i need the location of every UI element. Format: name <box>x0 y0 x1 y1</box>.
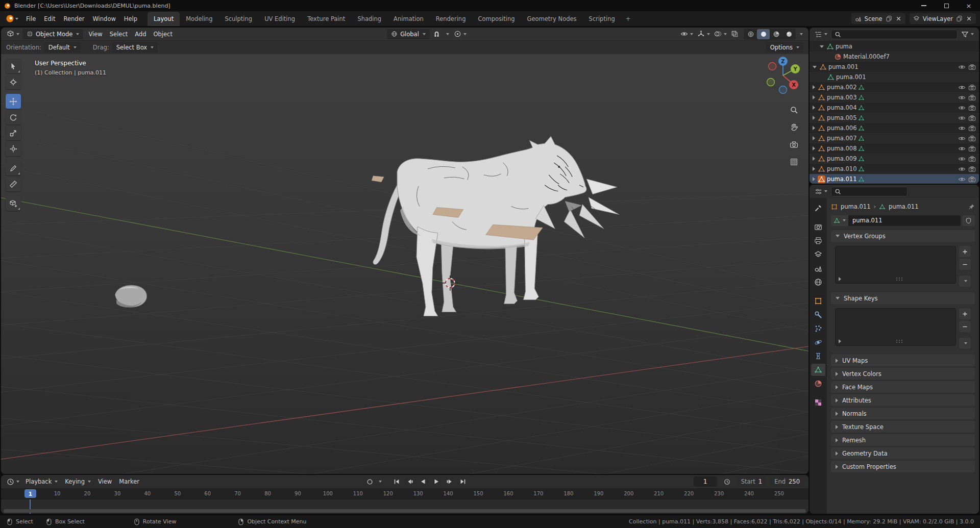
outliner-row-puma-007[interactable]: puma.007 <box>810 133 979 143</box>
properties-tab-object-data[interactable] <box>811 364 825 376</box>
tool-measure[interactable] <box>6 177 21 191</box>
panel-header-face-maps[interactable]: Face Maps <box>831 381 975 393</box>
orientation-setting-dropdown[interactable]: Default <box>44 42 81 53</box>
timeline-menu-view[interactable]: View <box>94 477 115 486</box>
disable-in-renders-toggle[interactable] <box>968 83 976 92</box>
workspace-tab-compositing[interactable]: Compositing <box>472 12 521 26</box>
panel-header-shape-keys[interactable]: Shape Keys <box>831 292 975 304</box>
properties-editor-type-button[interactable] <box>813 186 829 197</box>
auto-keying-toggle[interactable] <box>364 476 375 487</box>
properties-tab-render[interactable] <box>811 221 825 233</box>
outliner-row-puma-001[interactable]: puma.001 <box>810 72 979 82</box>
hide-in-viewport-toggle[interactable] <box>958 63 966 71</box>
vertex-groups-list[interactable] <box>835 246 956 284</box>
panel-header-vertex-groups[interactable]: Vertex Groups <box>831 230 975 242</box>
new-scene-icon[interactable] <box>886 15 892 22</box>
puma-model[interactable] <box>372 136 619 316</box>
timeline-menu-playback[interactable]: Playback <box>22 477 61 486</box>
shape-keys-list[interactable] <box>835 308 956 346</box>
shading-dropdown[interactable] <box>797 29 804 40</box>
jump-to-start-button[interactable] <box>390 476 403 487</box>
panel-header-texture-space[interactable]: Texture Space <box>831 421 975 433</box>
outliner-row-puma-009[interactable]: puma.009 <box>810 154 979 164</box>
properties-search-input[interactable] <box>844 188 904 195</box>
shading-wireframe-button[interactable] <box>744 29 757 39</box>
hide-in-viewport-toggle[interactable] <box>958 175 966 184</box>
shading-rendered-button[interactable] <box>782 29 795 39</box>
panel-header-vertex-colors[interactable]: Vertex Colors <box>831 368 975 380</box>
timeline-scrollbar[interactable] <box>4 509 806 513</box>
snapping-toggle[interactable] <box>431 29 442 40</box>
vertex-groups-specials-menu-button[interactable] <box>959 275 971 287</box>
timeline-tracks[interactable] <box>1 499 808 514</box>
expander-icon[interactable] <box>813 126 815 130</box>
tool-move[interactable] <box>6 94 21 109</box>
new-viewlayer-icon[interactable] <box>956 15 963 22</box>
outliner-row-puma-008[interactable]: puma.008 <box>810 143 979 154</box>
properties-tab-tool[interactable] <box>811 202 825 214</box>
disable-in-renders-toggle[interactable] <box>968 124 976 133</box>
panel-header-geometry-data[interactable]: Geometry Data <box>831 447 975 459</box>
outliner-row-puma-003[interactable]: puma.003 <box>810 92 979 103</box>
panel-header-attributes[interactable]: Attributes <box>831 394 975 406</box>
viewport-menu-add[interactable]: Add <box>131 30 150 39</box>
outliner-filter-button[interactable] <box>960 29 975 40</box>
outliner-row-material-000ef7[interactable]: Material.000ef7 <box>810 52 979 62</box>
properties-tab-modifiers[interactable] <box>811 309 825 321</box>
properties-tab-scene[interactable] <box>811 262 825 274</box>
properties-tab-world[interactable] <box>811 276 825 288</box>
outliner-row-puma[interactable]: puma <box>810 41 979 52</box>
frame-end-field[interactable]: End 250 <box>770 476 804 487</box>
disable-in-renders-toggle[interactable] <box>968 165 976 173</box>
tool-transform[interactable] <box>6 141 21 156</box>
workspace-tab-rendering[interactable]: Rendering <box>430 12 472 26</box>
tool-select-box[interactable] <box>6 59 21 73</box>
rock-object[interactable] <box>115 285 146 308</box>
outliner-row-puma-005[interactable]: puma.005 <box>810 113 979 123</box>
browse-mesh-data-button[interactable] <box>831 215 848 226</box>
viewlayer-selector[interactable]: ViewLayer <box>910 13 976 24</box>
hide-in-viewport-toggle[interactable] <box>958 155 966 163</box>
properties-tab-texture[interactable] <box>811 396 825 409</box>
play-reverse-button[interactable] <box>417 476 429 487</box>
shading-solid-button[interactable] <box>757 29 770 39</box>
expander-icon[interactable] <box>820 45 824 48</box>
editor-type-button[interactable] <box>5 29 21 40</box>
outliner-search-input[interactable] <box>844 31 954 38</box>
mode-dropdown[interactable]: Object Mode <box>22 29 83 39</box>
current-frame-field[interactable]: 1 <box>694 476 717 487</box>
tool-scale[interactable] <box>6 125 21 140</box>
drag-setting-dropdown[interactable]: Select Box <box>112 42 158 53</box>
panel-header-uv-maps[interactable]: UV Maps <box>831 355 975 366</box>
timeline-editor-type-button[interactable] <box>5 476 21 487</box>
timeline-ruler[interactable]: 1 10203040506070809010011012013014015016… <box>1 488 808 499</box>
properties-tab-physics[interactable] <box>811 336 825 348</box>
outliner-search[interactable] <box>831 30 958 39</box>
viewport-camera-view-button[interactable] <box>788 139 800 150</box>
properties-tab-object[interactable] <box>811 295 825 307</box>
disable-in-renders-toggle[interactable] <box>968 114 976 122</box>
jump-to-end-button[interactable] <box>457 476 469 487</box>
menu-window[interactable]: Window <box>88 14 119 24</box>
properties-tab-output[interactable] <box>811 235 825 247</box>
hide-in-viewport-toggle[interactable] <box>958 104 966 112</box>
breadcrumb-data[interactable]: puma.011 <box>889 203 918 210</box>
menu-file[interactable]: File <box>22 14 40 24</box>
list-filter-expander-icon[interactable] <box>839 277 841 281</box>
properties-tab-constraints[interactable] <box>811 350 825 362</box>
outliner-editor-type-button[interactable] <box>813 29 829 40</box>
play-button[interactable] <box>430 476 443 487</box>
outliner-row-puma-001[interactable]: puma.001 <box>810 62 979 72</box>
pin-icon[interactable] <box>968 204 975 210</box>
viewport-canvas[interactable]: User Perspective (1) Collection | puma.0… <box>1 54 808 474</box>
list-filter-expander-icon[interactable] <box>839 339 841 343</box>
gizmo-neg-x-axis[interactable] <box>769 63 776 70</box>
viewport-zoom-button[interactable] <box>788 104 800 115</box>
remove-vertex-groups-button[interactable] <box>959 259 971 270</box>
snapping-dropdown[interactable] <box>444 29 451 40</box>
expander-icon[interactable] <box>813 66 817 68</box>
minimize-button[interactable] <box>913 0 935 11</box>
timeline-menu-marker[interactable]: Marker <box>115 477 143 486</box>
gizmo-neg-y-axis[interactable] <box>767 79 775 86</box>
expander-icon[interactable] <box>813 167 815 171</box>
